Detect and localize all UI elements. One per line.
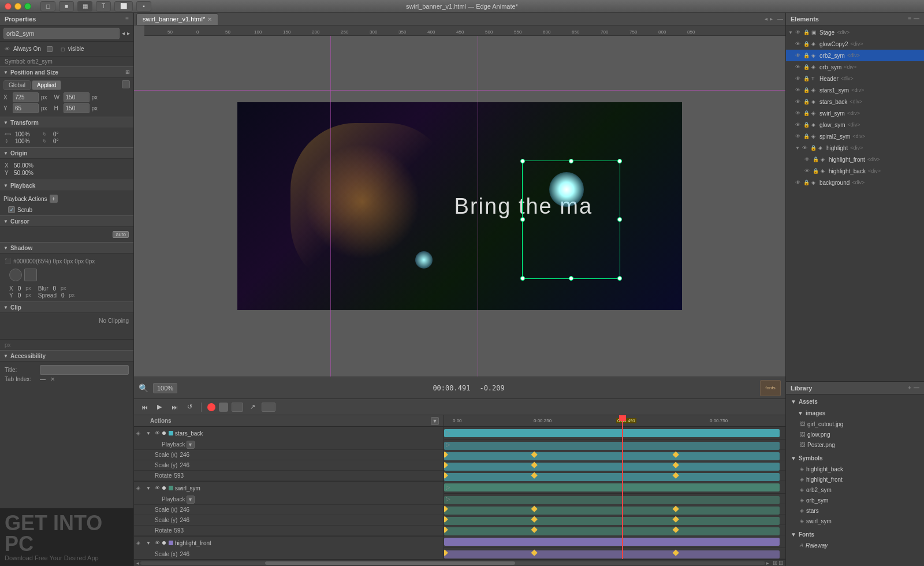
tab-panel-toggle[interactable]: — <box>777 16 783 22</box>
playback-section-header[interactable]: ▼ Playback <box>0 180 133 191</box>
sel-handle-br[interactable] <box>617 276 622 281</box>
el-row-background[interactable]: 👁 🔒 ◈ background <div> <box>786 177 924 188</box>
tab-scroll-left[interactable]: ◂ <box>765 16 767 22</box>
el-lock-stars1sym[interactable]: 🔒 <box>803 87 810 93</box>
el-expand-stage[interactable]: ▼ <box>788 30 794 35</box>
tl-mode-swirl[interactable]: ▼ <box>187 496 195 504</box>
stage-area[interactable]: Bring the ma <box>134 36 785 377</box>
el-eye-orb2sym[interactable]: 👁 <box>795 53 802 58</box>
toolbar-icon-3[interactable]: ▦ <box>77 1 92 12</box>
fonts-from-logo[interactable]: fonts <box>760 380 781 396</box>
applied-tab[interactable]: Applied <box>32 80 61 90</box>
el-eye-starsback[interactable]: 👁 <box>795 99 802 105</box>
tl-expand-swirl[interactable]: ▼ <box>146 486 152 491</box>
el-lock-glowsym[interactable]: 🔒 <box>803 122 810 128</box>
el-eye-stage[interactable]: 👁 <box>795 29 802 35</box>
toolbar-icon-text[interactable]: T <box>96 1 111 12</box>
library-menu-btn[interactable]: + <box>908 385 911 391</box>
fullscreen-button[interactable] <box>24 3 31 10</box>
tl-cursor-btn[interactable]: ↗ <box>247 401 258 413</box>
toolbar-icon-6[interactable]: ▪ <box>136 1 151 12</box>
tl-add-layer[interactable]: ⊞ <box>773 560 777 566</box>
el-row-spiral2sym[interactable]: 👁 🔒 ◈ spiral2_sym <div> <box>786 131 924 142</box>
always-on-checkbox[interactable] <box>47 46 53 52</box>
lib-sym-orbsym[interactable]: ◈ orb_sym <box>786 495 924 505</box>
el-eye-background[interactable]: 👁 <box>795 180 802 185</box>
tab-close-btn[interactable]: ✕ <box>207 16 212 23</box>
el-lock-highlight[interactable]: 🔒 <box>810 145 817 151</box>
toolbar-icon-2[interactable]: ■ <box>59 1 74 12</box>
clip-section-header[interactable]: ▼ Clip <box>0 301 133 313</box>
assets-header[interactable]: ▼ Assets <box>786 396 924 407</box>
w-input[interactable] <box>64 92 90 102</box>
tl-pin-btn[interactable] <box>219 403 228 412</box>
images-header[interactable]: ▼ images <box>786 407 924 419</box>
tl-keyframe-btn[interactable] <box>262 403 275 412</box>
el-lock-background[interactable]: 🔒 <box>803 180 810 185</box>
tab-scroll-right[interactable]: ▸ <box>770 16 773 22</box>
el-row-starsback[interactable]: 👁 🔒 ◈ stars_back <div> <box>786 96 924 107</box>
tl-expand-stars[interactable]: ▼ <box>146 431 152 436</box>
x-input[interactable] <box>13 92 39 102</box>
tl-go-end-btn[interactable]: ⏭ <box>169 401 180 413</box>
accessibility-section-header[interactable]: ▼ Accessibility <box>0 350 133 362</box>
el-eye-highlight[interactable]: 👁 <box>802 145 809 151</box>
el-lock-hlback[interactable]: 🔒 <box>813 168 819 174</box>
tl-go-start-btn[interactable]: ⏮ <box>139 401 150 413</box>
tl-scrollbar-thumb[interactable] <box>265 561 515 565</box>
lib-sym-hlback[interactable]: ◈ highlight_back <box>786 464 924 474</box>
el-row-hlback[interactable]: 👁 🔒 ◈ highlight_back <div> <box>786 165 924 177</box>
lib-sym-hlfront[interactable]: ◈ highlight_front <box>786 474 924 485</box>
tl-expand-hf[interactable]: ▼ <box>146 541 152 546</box>
lib-sym-orb2sym[interactable]: ◈ orb2_sym <box>786 485 924 495</box>
el-lock-spiral2sym[interactable]: 🔒 <box>803 133 810 139</box>
library-close-btn[interactable]: — <box>914 385 919 391</box>
tl-eye-stars[interactable]: 👁 <box>154 430 161 437</box>
tl-mode-stars[interactable]: ▼ <box>187 441 195 449</box>
el-eye-stars1sym[interactable]: 👁 <box>795 87 802 93</box>
sel-handle-bl[interactable] <box>520 276 525 281</box>
h-input[interactable] <box>64 103 90 113</box>
tab-index-clear-btn[interactable]: ✕ <box>50 376 55 382</box>
shadow-box-inner[interactable] <box>9 269 22 281</box>
el-eye-swirlsym[interactable]: 👁 <box>795 110 802 116</box>
tl-row-highlight-front[interactable]: ◈ ▼ 👁 highlight_front <box>134 537 444 549</box>
sel-handle-tm[interactable] <box>569 159 573 163</box>
tl-eye-swirl[interactable]: 👁 <box>154 485 161 491</box>
zoom-level[interactable]: 100% <box>153 383 177 393</box>
el-lock-starsback[interactable]: 🔒 <box>803 99 810 105</box>
el-row-highlight[interactable]: ▼ 👁 🔒 ◈ highlight <div> <box>786 142 924 154</box>
symbols-header[interactable]: ▼ Symbols <box>786 452 924 464</box>
lib-font-raleway[interactable]: A Raleway <box>786 540 924 550</box>
tl-row-swirl[interactable]: ◈ ▼ 👁 swirl_sym <box>134 482 444 494</box>
el-expand-highlight[interactable]: ▼ <box>795 146 801 151</box>
shadow-box-outer[interactable] <box>24 269 37 281</box>
el-lock-hlfront[interactable]: 🔒 <box>813 157 819 162</box>
sel-handle-mr[interactable] <box>617 217 622 222</box>
el-row-glowcopy2[interactable]: 👁 🔒 ◈ glowCopy2 <div> <box>786 38 924 50</box>
toolbar-icon-5[interactable]: ⬜ <box>114 1 133 12</box>
tl-scroll-left[interactable]: ◂ <box>136 560 139 566</box>
el-row-glowsym[interactable]: 👁 🔒 ◈ glow_sym <div> <box>786 119 924 131</box>
el-eye-header[interactable]: 👁 <box>795 76 802 81</box>
tl-add-btn[interactable]: ▼ <box>431 417 439 425</box>
title-input[interactable] <box>40 365 129 375</box>
lib-sym-stars[interactable]: ◈ stars <box>786 505 924 516</box>
sel-handle-tl[interactable] <box>520 159 525 163</box>
minimize-button[interactable] <box>14 3 21 10</box>
file-tab[interactable]: swirl_banner_v1.html* ✕ <box>136 13 218 25</box>
scrub-checkbox[interactable]: ✓ <box>8 206 15 213</box>
elements-close-btn[interactable]: — <box>914 16 919 22</box>
el-row-hlfront[interactable]: 👁 🔒 ◈ highlight_front <div> <box>786 154 924 165</box>
panel-menu-btn[interactable]: ≡ <box>125 16 129 22</box>
toolbar-icon-1[interactable]: ◻ <box>40 1 55 12</box>
sel-handle-tr[interactable] <box>617 159 622 163</box>
el-row-stars1sym[interactable]: 👁 🔒 ◈ stars1_sym <div> <box>786 84 924 96</box>
tl-eye-hf[interactable]: 👁 <box>154 539 161 546</box>
el-lock-swirlsym[interactable]: 🔒 <box>803 110 810 116</box>
y-input[interactable] <box>13 103 39 113</box>
tl-play-btn[interactable]: ▶ <box>154 401 165 413</box>
lib-item-poster[interactable]: 🖼 Poster.png <box>786 440 924 450</box>
fonts-header[interactable]: ▼ Fonts <box>786 528 924 540</box>
cursor-auto-badge[interactable]: auto <box>113 231 129 238</box>
